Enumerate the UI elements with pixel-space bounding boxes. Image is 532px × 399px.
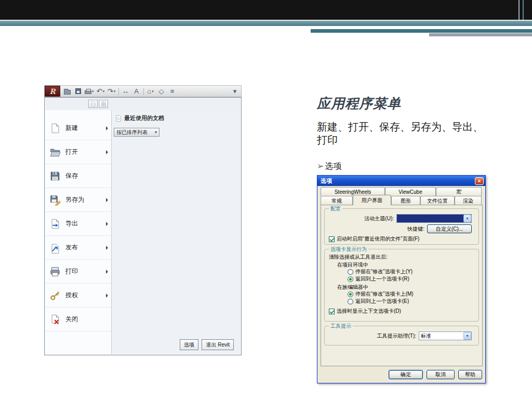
exit-revit-button[interactable]: 退出 Revit [202, 339, 234, 350]
menu-item-export[interactable]: 导出 [45, 212, 111, 236]
arrow-bullet-icon: ➢ [317, 162, 324, 170]
open-folder-icon [49, 147, 61, 158]
menu-item-label: 发布 [65, 243, 78, 252]
bullet-text: 选项 [325, 162, 341, 170]
revit-logo: R [49, 87, 56, 96]
cancel-button[interactable]: 取消 [427, 370, 455, 379]
menu-item-publish[interactable]: 发布 [45, 236, 111, 260]
open-documents-toggle[interactable] [99, 100, 108, 108]
tab-graphics[interactable]: 图形 [391, 196, 420, 205]
menu-item-label: 保存 [65, 171, 78, 180]
submenu-arrow-icon [106, 222, 108, 226]
menu-item-license[interactable]: 授权 [45, 284, 111, 308]
tab-viewcube[interactable]: ViewCube [385, 187, 436, 196]
configuration-group: 配置 活动主题(U): ▼ 快捷键: 自定义(C)... 启动时启用“最近使用的… [324, 208, 479, 245]
home-icon[interactable]: ⌂▾ [147, 87, 155, 96]
behavior-intro-label: 清除选择或从工具退出后: [329, 254, 388, 261]
right-gray-accent [429, 33, 532, 36]
contextual-tab-checkbox[interactable]: 选择时显示上下文选项卡(D) [329, 308, 401, 315]
menu-item-label: 导出 [65, 219, 78, 228]
menu-item-save[interactable]: 保存 [45, 164, 111, 188]
radio-icon [348, 269, 353, 275]
menu-item-save-as[interactable]: 另存为 [45, 188, 111, 212]
recent-documents-toggle[interactable] [88, 100, 98, 108]
tab-general[interactable]: 常规 [321, 196, 353, 205]
sort-order-dropdown[interactable]: 按已排序列表 ▾ [114, 128, 159, 137]
shortcut-label: 快捷键: [407, 225, 424, 233]
group-title: 配置 [329, 205, 342, 212]
group-title: 选项卡显示行为 [329, 246, 368, 253]
export-icon [49, 218, 61, 230]
quick-access-toolbar: R ▾ ↶▾ ↷▾ ↔ A ⌂▾ ◇ ≡ ▾ [44, 85, 242, 97]
menu-item-label: 新建 [65, 124, 78, 132]
options-button[interactable]: 选项 [180, 339, 198, 350]
radio-family-return-previous[interactable]: 返回到上一个选项卡(E) [348, 298, 409, 305]
checkbox-icon [329, 309, 335, 314]
redo-icon[interactable]: ↷▾ [108, 87, 116, 96]
page-title: 应用程序菜单 [317, 95, 401, 113]
menu-item-column: 新建 打开 保存 另存为 导出 [45, 110, 111, 354]
printer-icon [49, 266, 61, 277]
submenu-arrow-icon [106, 294, 108, 298]
close-icon[interactable]: × [475, 177, 484, 185]
menu-item-label: 打开 [65, 148, 78, 156]
help-button[interactable]: 帮助 [458, 370, 482, 379]
menu-item-print[interactable]: 打印 [45, 260, 111, 284]
menu-item-label: 关闭 [65, 315, 78, 324]
active-theme-label: 活动主题(U): [364, 215, 394, 222]
revit-logo-button[interactable]: R [45, 86, 60, 97]
header-accent-line [523, 0, 524, 20]
recent-documents-pane: 最近使用的文档 按已排序列表 ▾ 选项 退出 Revit [111, 110, 241, 354]
group-title: 工具提示 [329, 323, 353, 330]
menu-item-label: 授权 [65, 291, 78, 300]
dialog-title-bar[interactable]: 选项 [317, 176, 485, 186]
dialog-button-row: 确定 取消 帮助 [389, 370, 482, 379]
menu-item-new[interactable]: 新建 [45, 116, 111, 140]
open-icon[interactable] [63, 87, 71, 96]
tab-rendering[interactable]: 渲染 [455, 196, 482, 205]
menu-item-label: 打印 [65, 267, 78, 276]
chevron-down-icon[interactable]: ▼ [463, 332, 471, 340]
menu-item-open[interactable]: 打开 [45, 140, 111, 164]
toolbar-overflow-icon[interactable]: ▾ [231, 87, 239, 96]
toolbar-separator [143, 88, 144, 95]
active-theme-dropdown[interactable]: ▼ [396, 214, 472, 223]
radio-project-stay-modify[interactable]: 停留在“修改”选项卡上(Y) [348, 268, 413, 275]
tab-user-interface[interactable]: 用户界面 [353, 195, 391, 205]
menu-item-label: 另存为 [65, 195, 84, 204]
tab-display-behavior-group: 选项卡显示行为 清除选择或从工具退出后: 在项目环境中 停留在“修改”选项卡上(… [324, 249, 479, 322]
radio-icon [348, 291, 353, 297]
revit-app-menu-screenshot: R ▾ ↶▾ ↷▾ ↔ A ⌂▾ ◇ ≡ ▾ 新建 打开 [44, 85, 242, 355]
list-icon[interactable]: ≡ [168, 87, 177, 96]
submenu-arrow-icon [106, 246, 108, 250]
undo-icon[interactable]: ↶▾ [97, 87, 105, 96]
save-icon[interactable] [74, 87, 82, 96]
menu-item-close[interactable]: 关闭 [45, 308, 111, 331]
radio-family-stay-modify[interactable]: 停留在“修改”选项卡上(M) [348, 290, 414, 298]
checkbox-icon [329, 236, 335, 242]
tab-file-locations[interactable]: 文件位置 [420, 196, 455, 205]
dimension-icon[interactable]: ↔ [122, 87, 130, 96]
tab-row-front: 常规 用户界面 图形 文件位置 渲染 [321, 196, 482, 205]
submenu-arrow-icon [106, 270, 108, 274]
customize-button[interactable]: 自定义(C)... [427, 224, 472, 233]
chevron-down-icon[interactable]: ▼ [463, 215, 471, 222]
body-text: 新建、打开、保存、另存为、导出、打印 [317, 121, 489, 147]
ok-button[interactable]: 确定 [389, 370, 423, 379]
print-icon[interactable]: ▾ [85, 87, 94, 96]
toolbar-separator [118, 88, 119, 95]
submenu-arrow-icon [106, 198, 108, 202]
view-icon[interactable]: ◇ [157, 87, 166, 96]
slide-header-bar [0, 0, 532, 20]
recent-files-checkbox[interactable]: 启动时启用“最近使用的文件”页面(F) [329, 235, 419, 243]
radio-icon [348, 299, 353, 304]
project-env-label: 在项目环境中 [337, 261, 368, 269]
tooltip-assist-dropdown[interactable]: 标准 ▼ [419, 331, 472, 340]
text-tool-icon[interactable]: A [132, 87, 141, 96]
chevron-down-icon: ▾ [155, 130, 157, 135]
tab-page: 配置 活动主题(U): ▼ 快捷键: 自定义(C)... 启动时启用“最近使用的… [321, 205, 483, 366]
tooltip-assist-label: 工具提示助理(T): [377, 332, 416, 340]
document-list-icon [115, 115, 122, 122]
tab-macros[interactable]: 宏 [436, 187, 482, 196]
radio-project-return-previous[interactable]: 返回到上一个选项卡(R) [348, 275, 409, 283]
